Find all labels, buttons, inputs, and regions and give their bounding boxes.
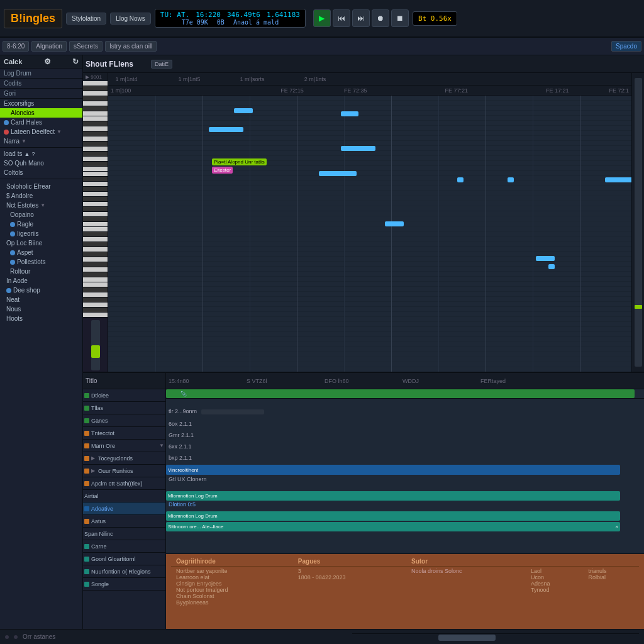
track-row-ganes[interactable]: Ganes	[83, 414, 165, 427]
piano-key-db3[interactable]	[83, 187, 108, 192]
sidebar-in-aode[interactable]: In Aode	[3, 276, 80, 286]
piano-key-gb3[interactable]	[83, 162, 108, 167]
piano-key-b4[interactable]	[83, 86, 108, 91]
piano-key-f1[interactable]	[83, 277, 108, 282]
piano-key-gb4[interactable]	[83, 106, 108, 111]
sidebar-aspet[interactable]: Aspet	[3, 248, 80, 257]
midi-note-1[interactable]	[234, 108, 253, 113]
piano-key-f4[interactable]	[83, 111, 108, 116]
piano-key-gb2[interactable]	[83, 217, 108, 222]
piano-key-db1[interactable]	[83, 297, 108, 303]
track-row-airtial[interactable]: Airtial	[83, 490, 165, 502]
sidebar-oopaino[interactable]: Oopaino	[3, 210, 80, 219]
sidebar-dee-shop[interactable]: Dee shop	[3, 286, 80, 295]
piano-key-a0[interactable]	[83, 313, 108, 318]
h-scrollbar[interactable]	[352, 633, 639, 641]
piano-key-eb1[interactable]	[83, 287, 108, 292]
piano-key-c5[interactable]	[83, 81, 108, 86]
sidebar-pollestiots[interactable]: Pollestiots	[3, 257, 80, 267]
piano-key-d4[interactable]	[83, 126, 108, 131]
track-row-tllas[interactable]: Tllas	[83, 402, 165, 414]
piano-key-db2[interactable]	[83, 242, 108, 247]
sidebar-ragle[interactable]: Ragle	[3, 219, 80, 229]
clip-nuurf[interactable]: Mlomnotion Log Drum	[166, 511, 620, 521]
piano-key-g3[interactable]	[83, 157, 108, 162]
piano-key-e3[interactable]	[83, 172, 108, 177]
track-row-tntecctot[interactable]: Tntecctot	[83, 427, 165, 440]
midi-grid[interactable]: 1 m|1nt4 1 m|1nt5 1 ml|sorts 2 m|1nts 1 …	[108, 73, 631, 372]
sidebar-gear-icon[interactable]: ⚙	[44, 57, 51, 66]
sidebar-neat[interactable]: Neat	[3, 295, 80, 304]
fader-knob[interactable]	[635, 305, 642, 309]
track-row-ouur[interactable]: ▶ Ouur Runhios	[83, 465, 165, 477]
piano-key-a1[interactable]	[83, 257, 108, 262]
piano-key-f2[interactable]	[83, 222, 108, 227]
scrollbar-thumb[interactable]	[438, 635, 496, 641]
piano-key-a2[interactable]	[83, 202, 108, 207]
piano-key-ab1[interactable]	[83, 262, 108, 267]
sidebar-andolre[interactable]: $ Andolre	[3, 191, 80, 201]
midi-note-8[interactable]	[605, 177, 631, 182]
piano-key-ab3[interactable]	[83, 152, 108, 157]
piano-key-c3[interactable]	[83, 192, 108, 197]
clip-green-1[interactable]: 📎	[166, 389, 635, 398]
midi-note-4[interactable]	[341, 146, 375, 151]
piano-key-b3[interactable]	[83, 142, 108, 147]
piano-key-f3[interactable]	[83, 167, 108, 172]
toolbar-alignment[interactable]: Algnation	[31, 41, 67, 52]
stop-button[interactable]: ⏹	[391, 9, 409, 27]
clip-adoative[interactable]: Vincreoltlhent	[166, 465, 620, 475]
piano-key-d2[interactable]	[83, 237, 108, 242]
sidebar-item-so-quh[interactable]: SO Quh Mano	[0, 158, 82, 168]
piano-key-a3[interactable]	[83, 147, 108, 152]
piano-key-eb3[interactable]	[83, 177, 108, 182]
midi-note-2[interactable]	[341, 111, 358, 116]
track-row-carne[interactable]: Carne	[83, 540, 165, 553]
piano-key-c4[interactable]	[83, 136, 108, 142]
track-row-nuurf[interactable]: Nuurfontion o( Rlegions	[83, 565, 165, 578]
piano-key-gb1[interactable]	[83, 272, 108, 277]
sidebar-iigeoriis[interactable]: Iigeoriis	[3, 229, 80, 238]
piano-key-b2[interactable]	[83, 197, 108, 202]
midi-note-12[interactable]	[548, 264, 555, 269]
track-row-songle[interactable]: Songle	[83, 578, 165, 591]
toolbar-secrets[interactable]: sSecrets	[69, 41, 103, 52]
track-row-adoative[interactable]: Adoative	[83, 502, 165, 515]
clip-songle[interactable]: Sittnoorn ore... Ate--ltace »	[166, 522, 620, 531]
track-row-apclm[interactable]: Apclm ott Sath((tlex)	[83, 477, 165, 490]
sidebar-item-card-hales[interactable]: Card Hales	[0, 118, 82, 127]
piano-key-db4[interactable]	[83, 131, 108, 136]
track-row-dtloiee[interactable]: Dtloiee	[83, 389, 165, 402]
midi-note-7[interactable]	[508, 177, 514, 182]
toolbar-spacdo[interactable]: Spacdo	[611, 41, 641, 52]
piano-key-d1[interactable]	[83, 292, 108, 297]
track-row-aatus[interactable]: Aatus	[83, 515, 165, 528]
sidebar-soloholic[interactable]: Soloholic Efrear	[3, 182, 80, 191]
llog-nows-button[interactable]: Llog Nows	[110, 13, 151, 25]
track-row-span[interactable]: Span Nilinc	[83, 528, 165, 540]
sidebar-roltour[interactable]: Roltour	[3, 267, 80, 276]
midi-notes-area[interactable]: Pla=tl Alopnd Unr tatlis Eltester	[108, 96, 631, 372]
toolbar-history[interactable]: Istry as clan oill	[105, 41, 157, 52]
piano-key-b0[interactable]	[83, 308, 108, 313]
track-row-toceguclonds[interactable]: ▶ Toceguclonds	[83, 452, 165, 465]
sidebar-item-coltols[interactable]: Coltols	[0, 168, 82, 177]
sidebar-nous[interactable]: Nous	[3, 304, 80, 314]
piano-key-a4[interactable]	[83, 91, 108, 96]
sidebar-op-loc[interactable]: Op Loc Biine	[3, 238, 80, 248]
piano-key-c2[interactable]	[83, 247, 108, 252]
sidebar-item-lateen[interactable]: Lateen Deelfect ▼	[0, 127, 82, 136]
piano-key-g4[interactable]	[83, 101, 108, 106]
sidebar-item-excorsifigs[interactable]: Excorsifigs	[0, 99, 82, 108]
piano-key-eb2[interactable]	[83, 232, 108, 237]
sidebar-item-narra[interactable]: Narra ▼	[0, 136, 82, 146]
track-row-goonl[interactable]: Goonl Gloartitornl	[83, 553, 165, 565]
volume-fader-knob[interactable]	[91, 345, 100, 358]
midi-note-11[interactable]	[536, 256, 555, 261]
forward-button[interactable]: ⏭	[352, 9, 370, 27]
piano-key-d3[interactable]	[83, 182, 108, 187]
sidebar-item-aloncios[interactable]: Aloncios	[0, 108, 82, 118]
piano-key-e2[interactable]	[83, 227, 108, 232]
record-button[interactable]: ⏺	[372, 9, 389, 27]
piano-key-e4[interactable]	[83, 116, 108, 121]
